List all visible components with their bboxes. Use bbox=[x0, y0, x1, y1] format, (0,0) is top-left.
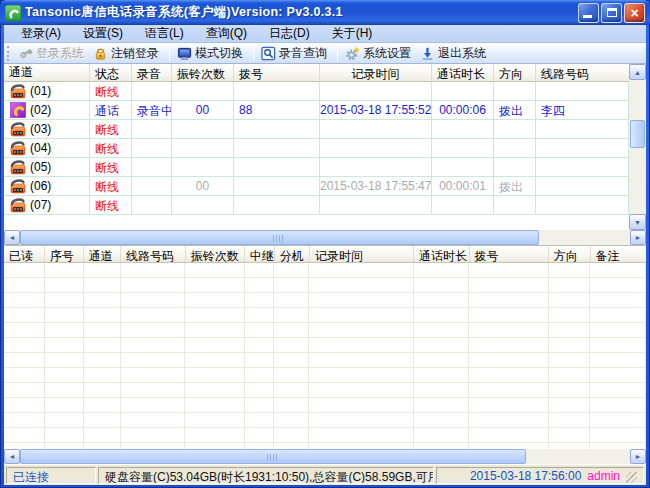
channel-offline-icon bbox=[10, 140, 26, 156]
menu-language[interactable]: 语言(L) bbox=[134, 24, 195, 44]
channels-table: 通道 状态 录音 振铃次数 拨号 记录时间 通话时长 方向 线路号码 (01) … bbox=[4, 64, 646, 245]
menu-login[interactable]: 登录(A) bbox=[10, 24, 72, 44]
channel-row-01[interactable]: (01) 断线 bbox=[4, 82, 629, 101]
cell-status: 断线 bbox=[90, 82, 132, 101]
channels-vscrollbar[interactable]: ▲ ▼ bbox=[629, 64, 646, 230]
menu-about[interactable]: 关于(H) bbox=[321, 24, 384, 44]
status-datetime: 2015-03-18 17:56:00 bbox=[470, 469, 581, 483]
connection-status: 已连接 bbox=[6, 467, 96, 484]
column-header-dial[interactable]: 拨号 bbox=[470, 246, 549, 262]
login-system-button[interactable]: 登录系统 bbox=[15, 44, 90, 63]
channel-row-02[interactable]: (02) 通话 录音中 00 88 2015-03-18 17:55:52 00… bbox=[4, 101, 629, 120]
vscroll-thumb[interactable] bbox=[630, 120, 645, 148]
records-table-header: 已读 序号 通道 线路号码 振铃次数 中继 分机 记录时间 通话时长 拨号 方向… bbox=[4, 246, 646, 263]
resize-grip[interactable] bbox=[626, 472, 637, 483]
app-window: Tansonic唐信电话录音系统(客户端)Version: Pv3.0.3.1 … bbox=[0, 0, 650, 488]
channel-number: (07) bbox=[30, 198, 51, 212]
channel-row-05[interactable]: (05) 断线 bbox=[4, 158, 629, 177]
cell-status: 断线 bbox=[90, 139, 132, 158]
menu-log[interactable]: 日志(D) bbox=[258, 24, 321, 44]
exit-icon bbox=[420, 46, 435, 61]
logout-button[interactable]: 注销登录 bbox=[90, 44, 165, 63]
minimize-button[interactable] bbox=[578, 3, 599, 23]
column-header-rings[interactable]: 振铃次数 bbox=[172, 64, 234, 81]
cell-dial bbox=[234, 82, 320, 101]
channel-number: (05) bbox=[30, 160, 51, 174]
column-header-trunk[interactable]: 中继 bbox=[245, 246, 275, 262]
system-settings-button[interactable]: 系统设置 bbox=[342, 44, 417, 63]
exit-system-button[interactable]: 退出系统 bbox=[417, 44, 492, 63]
cell-line-number bbox=[536, 82, 629, 101]
table-filler bbox=[4, 215, 646, 230]
column-header-remark[interactable]: 备注 bbox=[591, 246, 646, 262]
cell-time bbox=[320, 120, 432, 139]
cell-duration bbox=[432, 158, 494, 177]
toolbar: 登录系统 注销登录 模式切换 bbox=[4, 43, 646, 64]
record-query-button[interactable]: 录音查询 bbox=[258, 44, 333, 63]
scroll-right-icon[interactable]: ► bbox=[630, 449, 646, 464]
scroll-down-icon[interactable]: ▼ bbox=[629, 214, 646, 230]
column-header-duration[interactable]: 通话时长 bbox=[432, 64, 494, 81]
hscroll-thumb[interactable] bbox=[20, 449, 526, 464]
records-hscrollbar[interactable]: ◄ ► bbox=[4, 449, 646, 464]
cell-status: 通话 bbox=[90, 101, 132, 120]
toolbar-grip[interactable] bbox=[7, 46, 12, 61]
cell-time bbox=[320, 196, 432, 215]
cell-direction bbox=[494, 82, 536, 101]
channel-number: (01) bbox=[30, 84, 51, 98]
column-header-dial[interactable]: 拨号 bbox=[234, 64, 320, 81]
channel-row-03[interactable]: (03) 断线 bbox=[4, 120, 629, 139]
column-header-status[interactable]: 状态 bbox=[90, 64, 132, 81]
scroll-left-icon[interactable]: ◄ bbox=[4, 449, 20, 464]
channel-row-07[interactable]: (07) 断线 bbox=[4, 196, 629, 215]
column-header-line-number[interactable]: 线路号码 bbox=[536, 64, 629, 81]
cell-time: 2015-03-18 17:55:47 bbox=[320, 177, 432, 196]
cell-line-number bbox=[536, 158, 629, 177]
scroll-left-icon[interactable]: ◄ bbox=[4, 230, 20, 245]
cell-direction: 拨出 bbox=[494, 101, 536, 120]
channels-table-header: 通道 状态 录音 振铃次数 拨号 记录时间 通话时长 方向 线路号码 bbox=[4, 64, 629, 82]
mode-switch-button[interactable]: 模式切换 bbox=[174, 44, 249, 63]
column-header-direction[interactable]: 方向 bbox=[494, 64, 536, 81]
monitor-icon bbox=[177, 46, 192, 61]
channel-row-04[interactable]: (04) 断线 bbox=[4, 139, 629, 158]
channels-hscrollbar[interactable]: ◄ ► bbox=[4, 230, 646, 245]
column-header-extension[interactable]: 分机 bbox=[275, 246, 310, 262]
cell-recording: 录音中 bbox=[132, 101, 172, 120]
toolbar-separator bbox=[169, 45, 170, 61]
toolbar-button-label: 登录系统 bbox=[36, 45, 84, 62]
column-header-channel[interactable]: 通道 bbox=[4, 64, 90, 81]
column-header-time[interactable]: 记录时间 bbox=[320, 64, 432, 81]
cell-dial bbox=[234, 139, 320, 158]
app-phone-icon bbox=[5, 5, 21, 21]
close-button[interactable]: × bbox=[624, 3, 645, 23]
column-header-recording[interactable]: 录音 bbox=[132, 64, 172, 81]
cell-dial bbox=[234, 196, 320, 215]
hscroll-thumb[interactable] bbox=[20, 230, 539, 245]
cell-line-number bbox=[536, 196, 629, 215]
column-header-channel[interactable]: 通道 bbox=[84, 246, 121, 262]
cell-time bbox=[320, 158, 432, 177]
cell-recording bbox=[132, 177, 172, 196]
column-header-rings[interactable]: 振铃次数 bbox=[186, 246, 245, 262]
column-header-read[interactable]: 已读 bbox=[4, 246, 45, 262]
cell-dial bbox=[234, 120, 320, 139]
channel-row-06[interactable]: (06) 断线 00 2015-03-18 17:55:47 00:00:01 … bbox=[4, 177, 629, 196]
statusbar: 已连接 硬盘容量(C)53.04GB(时长1931:10:50),总容量(C)5… bbox=[4, 464, 646, 485]
channel-offline-icon bbox=[10, 83, 26, 99]
maximize-button[interactable] bbox=[601, 3, 622, 23]
column-header-seq[interactable]: 序号 bbox=[45, 246, 84, 262]
menu-settings[interactable]: 设置(S) bbox=[72, 24, 134, 44]
column-header-line-number[interactable]: 线路号码 bbox=[121, 246, 186, 262]
cell-rings bbox=[172, 82, 234, 101]
column-header-duration[interactable]: 通话时长 bbox=[414, 246, 470, 262]
scroll-up-icon[interactable]: ▲ bbox=[629, 64, 646, 80]
cell-status: 断线 bbox=[90, 158, 132, 177]
scroll-right-icon[interactable]: ► bbox=[630, 230, 646, 245]
cell-rings bbox=[172, 158, 234, 177]
column-header-time[interactable]: 记录时间 bbox=[310, 246, 414, 262]
records-empty-grid bbox=[4, 263, 646, 449]
column-header-direction[interactable]: 方向 bbox=[549, 246, 591, 262]
menu-query[interactable]: 查询(Q) bbox=[195, 24, 258, 44]
cell-line-number bbox=[536, 120, 629, 139]
